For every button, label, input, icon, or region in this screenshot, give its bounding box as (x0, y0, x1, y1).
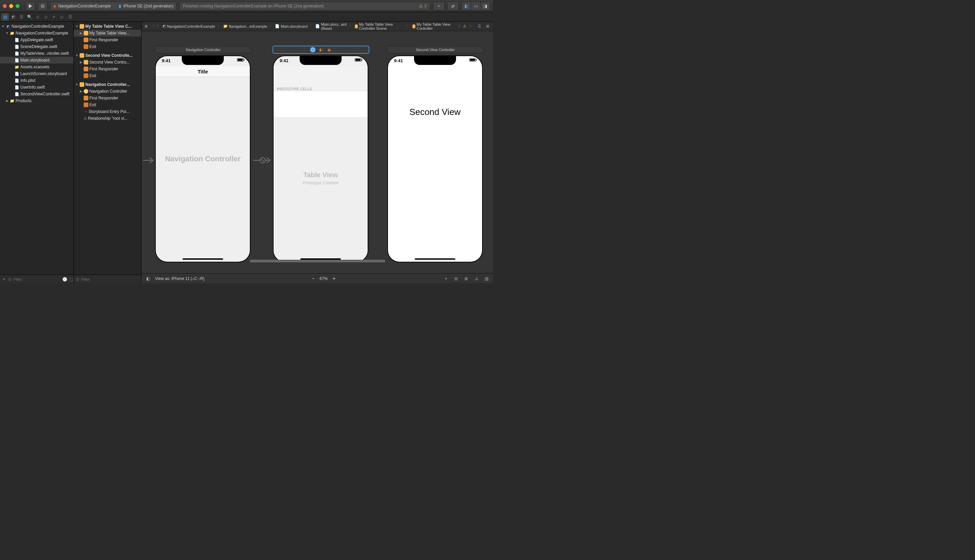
segue-root-relationship[interactable] (253, 156, 272, 165)
toggle-inspector-button[interactable]: ◨ (480, 2, 490, 10)
canvas-scene-tableview[interactable]: 9:41 PROTOTYPE CELLS Table View Prototyp… (273, 55, 368, 262)
file-secondvc[interactable]: 📄 SecondViewController.swift (0, 91, 74, 97)
file-appdelegate[interactable]: 📄 AppDelegate.swift (0, 37, 74, 43)
toggle-outline-button[interactable]: ◧ (145, 276, 151, 282)
exit-icon[interactable]: ▣ (326, 47, 332, 52)
first-responder-icon[interactable]: ◧ (318, 47, 324, 52)
file-userinfo[interactable]: 📄 UserInfo.swift (0, 84, 74, 91)
embed-in-button[interactable]: ⌖ (443, 276, 449, 282)
minimize-window-button[interactable] (9, 4, 13, 8)
scrollbar-thumb[interactable] (250, 260, 385, 262)
breadcrumb-scene[interactable]: My Table Table View Controller Scene (355, 22, 405, 30)
file-scenedelegate[interactable]: 📄 SceneDelegate.swift (0, 43, 74, 50)
file-main-storyboard[interactable]: 📄 Main.storyboard (0, 57, 74, 63)
device-statusbar: 9:41 (274, 58, 368, 65)
file-launchscreen[interactable]: 📄 LaunchScreen.storyboard (0, 70, 74, 77)
breadcrumb-item[interactable]: My Table Table View Controller (412, 22, 454, 30)
document-outline: ▼ My Table Table View C... ▶ My Table Ta… (74, 22, 142, 283)
outline-filter-input[interactable] (81, 277, 139, 282)
storyboard-file-icon: 📄 (15, 58, 19, 63)
canvas-scene-navcontroller[interactable]: 9:41 Title Navigation Controller (155, 55, 251, 262)
zoom-level[interactable]: 67% (319, 276, 328, 281)
scene-label-nav[interactable]: Navigation Controller (155, 46, 251, 53)
scene-nav-exit[interactable]: Exit (74, 102, 141, 108)
breadcrumb-base[interactable]: 📄Main.story...ard (Base) (315, 22, 347, 30)
scene-label-second[interactable]: Second View Controller (387, 46, 483, 53)
project-root[interactable]: ▼◩ NavigationControllerExample (0, 23, 74, 30)
next-issue-button[interactable]: 〉 (468, 23, 475, 30)
canvas-scene-secondview[interactable]: 9:41 Second View (387, 55, 483, 262)
symbol-navigator-icon[interactable]: ☰ (18, 13, 25, 21)
back-button[interactable]: 〈 (150, 23, 155, 30)
test-navigator-icon[interactable]: ◇ (42, 13, 49, 21)
viewcontroller-icon[interactable]: ◯ (310, 47, 316, 52)
scene-icon (80, 53, 84, 58)
zoom-out-button[interactable]: − (312, 276, 315, 282)
recent-filter-icon[interactable]: 🕘 (62, 277, 67, 282)
pin-button[interactable]: ⊞ (463, 276, 469, 282)
scene-second-vc[interactable]: ▶ Second View Contro... (74, 59, 141, 66)
add-button[interactable]: ＋ (2, 276, 6, 282)
source-control-navigator-icon[interactable]: ◩ (10, 13, 17, 21)
file-mytableview[interactable]: 📄 MyTableView...ntroller.swift (0, 50, 74, 57)
scene-nav-entry[interactable]: → Storyboard Entry Poi... (74, 108, 141, 115)
group-folder[interactable]: ▼📁 NavigationControllerExample (0, 30, 74, 37)
file-assets[interactable]: 📁 Assets.xcassets (0, 63, 74, 70)
scene-second[interactable]: ▼ Second View Controlle... (74, 52, 141, 59)
second-view-label[interactable]: Second View (388, 107, 482, 117)
scene-second-firstresponder[interactable]: First Responder (74, 66, 141, 72)
prototype-cell[interactable] (274, 91, 368, 118)
scheme-selector[interactable]: ◆ NavigationControllerExample 〉 ▮ iPhone… (50, 2, 177, 10)
close-window-button[interactable] (3, 4, 7, 8)
forward-button[interactable]: 〉 (156, 23, 161, 30)
library-button[interactable]: ＋ (433, 2, 445, 10)
scm-filter-icon[interactable]: ▢ (69, 277, 73, 282)
toggle-navigator-button[interactable]: ◧ (462, 2, 471, 10)
issue-indicator[interactable]: ⚠︎ 3 (419, 4, 426, 8)
scene-nav-vc[interactable]: ▶ Navigation Controller (74, 88, 141, 95)
view-as-control[interactable]: View as: iPhone 11 (wC hR) (155, 276, 204, 281)
scene-mytable-vc[interactable]: ▶ My Table Table View... (74, 30, 141, 37)
interface-builder-canvas[interactable]: Navigation Controller ◯ ◧ ▣ Second View … (142, 31, 493, 273)
storyboard-entry-arrow[interactable] (143, 156, 155, 165)
scene-mytable-exit[interactable]: Exit (74, 43, 141, 50)
project-navigator-icon[interactable]: ▤ (2, 13, 9, 21)
stop-button[interactable] (38, 2, 47, 10)
navigation-bar[interactable]: Title (156, 66, 250, 77)
scene-navcontroller[interactable]: ▼ Navigation Controller... (74, 81, 141, 88)
scene-mytable-firstresponder[interactable]: First Responder (74, 37, 141, 43)
report-navigator-icon[interactable]: ☰ (66, 13, 74, 21)
navigator-filter-bar: ＋ ⊙ 🕘 ▢ (0, 275, 74, 283)
breadcrumb-project[interactable]: ◩NavigationControllerExample (162, 24, 215, 28)
debug-navigator-icon[interactable]: ≡ (50, 13, 58, 21)
breadcrumb-file[interactable]: 📄Main.storyboard (275, 24, 308, 28)
issue-navigator-icon[interactable]: ⚠︎ (34, 13, 41, 21)
activity-status[interactable]: Finished running NavigationControllerExa… (179, 2, 430, 10)
horizontal-scrollbar[interactable] (142, 259, 493, 263)
align-button[interactable]: ⊟ (453, 276, 459, 282)
run-button[interactable] (26, 2, 35, 10)
file-infoplist[interactable]: 📄 Info.plist (0, 77, 74, 84)
scene-mytable[interactable]: ▼ My Table Table View C... (74, 23, 141, 30)
add-editor-button[interactable]: ⊞ (484, 23, 491, 30)
warning-icon: ⚠︎ (463, 24, 467, 28)
breakpoint-navigator-icon[interactable]: ▷ (58, 13, 66, 21)
scene-label-mytable[interactable]: ◯ ◧ ▣ (273, 46, 369, 53)
prev-issue-button[interactable]: 〈 (455, 23, 462, 30)
products-folder[interactable]: ▶📁 Products (0, 97, 74, 104)
scene-second-exit[interactable]: Exit (74, 72, 141, 79)
resolve-issues-button[interactable]: ⊿ (473, 276, 479, 282)
scene-nav-firstresponder[interactable]: First Responder (74, 95, 141, 102)
editor-options-button[interactable]: ☰ (476, 23, 483, 30)
find-navigator-icon[interactable]: 🔍 (26, 13, 33, 21)
code-review-button[interactable]: ⇄ (447, 2, 459, 10)
breadcrumb-group[interactable]: 📁Navigation...erExample (223, 24, 268, 28)
embed-stack-button[interactable]: ▥ (483, 276, 490, 282)
navcontroller-icon (84, 89, 89, 94)
navigator-filter-input[interactable] (13, 277, 60, 282)
scene-nav-relationship[interactable]: ◎ Relationship "root vi... (74, 115, 141, 122)
related-items-button[interactable]: ⊞ (144, 23, 149, 30)
zoom-in-button[interactable]: + (333, 276, 336, 282)
toggle-debug-button[interactable]: ▭ (471, 2, 480, 10)
zoom-window-button[interactable] (15, 4, 20, 8)
